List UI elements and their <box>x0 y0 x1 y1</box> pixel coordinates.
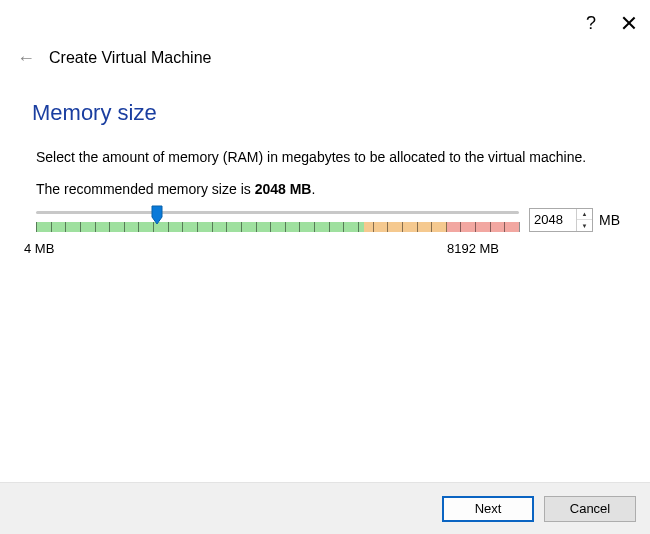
wizard-title: Create Virtual Machine <box>49 49 211 67</box>
next-button[interactable]: Next <box>442 496 534 522</box>
slider-zone-red <box>447 222 519 232</box>
close-icon[interactable] <box>622 16 636 30</box>
memory-slider[interactable] <box>36 207 519 237</box>
memory-input[interactable] <box>530 209 576 231</box>
slider-zone-green <box>36 222 364 232</box>
slider-zone-orange <box>364 222 446 232</box>
spin-up-icon[interactable]: ▲ <box>577 209 592 221</box>
help-icon[interactable]: ? <box>586 13 596 34</box>
slider-range-bar <box>36 222 519 232</box>
slider-track <box>36 211 519 214</box>
recommended-value: 2048 MB <box>255 181 312 197</box>
slider-max-label: 8192 MB <box>447 241 499 256</box>
memory-spinbox[interactable]: ▲ ▼ <box>529 208 593 232</box>
content-area: Memory size Select the amount of memory … <box>0 76 650 256</box>
recommended-prefix: The recommended memory size is <box>36 181 255 197</box>
wizard-header: ← Create Virtual Machine <box>0 40 650 76</box>
wizard-footer: Next Cancel <box>0 482 650 534</box>
slider-labels: 4 MB 8192 MB <box>30 241 614 256</box>
title-bar: ? <box>0 0 650 40</box>
slider-min-label: 4 MB <box>24 241 54 256</box>
cancel-button[interactable]: Cancel <box>544 496 636 522</box>
back-arrow-icon[interactable]: ← <box>17 49 35 67</box>
description-text: Select the amount of memory (RAM) in meg… <box>36 148 620 167</box>
recommended-text: The recommended memory size is 2048 MB. <box>36 181 620 197</box>
spin-down-icon[interactable]: ▼ <box>577 220 592 231</box>
recommended-suffix: . <box>311 181 315 197</box>
memory-unit: MB <box>599 212 620 228</box>
page-title: Memory size <box>32 100 620 126</box>
